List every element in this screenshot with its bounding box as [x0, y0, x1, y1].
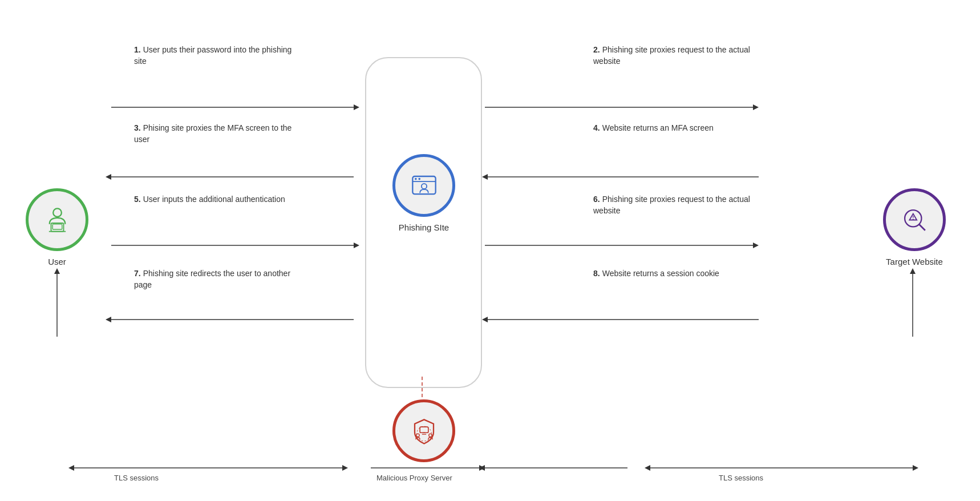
proxy-shield-icon: [408, 415, 440, 447]
svg-point-39: [421, 183, 426, 188]
target-circle: [883, 188, 946, 251]
bottom-label-tls-left: TLS sessions: [114, 474, 159, 482]
user-laptop-icon: [42, 204, 73, 236]
svg-marker-1: [354, 104, 359, 110]
user-actor: User: [26, 188, 88, 266]
user-circle: [26, 188, 88, 251]
step-7-number: 7.: [134, 269, 141, 278]
phishing-site-label: Phishing SIte: [399, 223, 449, 232]
step-7-text: Phishing site redirects the user to anot…: [134, 269, 290, 289]
svg-marker-7: [482, 174, 488, 180]
user-label: User: [48, 257, 66, 266]
step-2-label: 2.Phishing site proxies request to the a…: [593, 45, 753, 67]
step-1-label: 1.User puts their password into the phis…: [134, 45, 294, 67]
step-6-text: Phishing site proxies request to the act…: [593, 195, 750, 215]
phishing-site-circle: [392, 154, 455, 217]
bottom-label-proxy: Malicious Proxy Server: [376, 474, 452, 482]
step-5-text: User inputs the additional authenticatio…: [143, 195, 285, 204]
diagram-container: User Phishing SIte: [0, 0, 980, 501]
svg-marker-15: [482, 317, 488, 322]
svg-marker-23: [342, 465, 348, 471]
step-4-label: 4.Website returns an MFA screen: [593, 123, 753, 134]
bottom-label-tls-right: TLS sessions: [719, 474, 763, 482]
svg-rect-44: [420, 427, 428, 433]
target-website-label: Target Website: [886, 257, 943, 266]
svg-marker-11: [753, 243, 759, 248]
svg-marker-27: [479, 465, 485, 471]
step-1-text: User puts their password into the phishi…: [134, 45, 291, 66]
step-3-label: 3.Phising site proxies the MFA screen to…: [134, 123, 294, 145]
svg-point-37: [415, 177, 417, 180]
step-8-text: Website returns a session cookie: [602, 269, 719, 278]
step-5-label: 5.User inputs the additional authenticat…: [134, 194, 294, 205]
svg-point-31: [53, 208, 62, 217]
phishing-site-actor: Phishing SIte: [392, 154, 455, 232]
svg-marker-9: [354, 243, 359, 248]
step-5-number: 5.: [134, 195, 141, 204]
target-search-icon: [899, 204, 930, 236]
proxy-circle: [392, 399, 455, 462]
svg-marker-17: [54, 268, 60, 274]
step-6-number: 6.: [593, 195, 600, 204]
svg-marker-3: [753, 104, 759, 110]
step-3-text: Phising site proxies the MFA screen to t…: [134, 123, 291, 144]
step-2-number: 2.: [593, 45, 600, 54]
target-website-actor: Target Website: [883, 188, 946, 266]
step-7-label: 7.Phishing site redirects the user to an…: [134, 268, 294, 290]
arrows-layer: [0, 0, 980, 501]
svg-marker-29: [645, 465, 650, 471]
svg-marker-30: [913, 465, 918, 471]
step-6-label: 6.Phishing site proxies request to the a…: [593, 194, 753, 216]
svg-line-41: [918, 224, 925, 230]
svg-marker-13: [106, 317, 111, 322]
step-4-number: 4.: [593, 123, 600, 132]
proxy-server-actor: [392, 399, 455, 462]
svg-rect-33: [52, 224, 62, 229]
svg-marker-22: [68, 465, 74, 471]
step-3-number: 3.: [134, 123, 141, 132]
step-4-text: Website returns an MFA screen: [602, 123, 714, 132]
svg-point-43: [912, 219, 913, 220]
step-1-number: 1.: [134, 45, 141, 54]
svg-marker-19: [910, 268, 916, 274]
svg-point-38: [418, 177, 420, 180]
step-8-label: 8.Website returns a session cookie: [593, 268, 753, 280]
phishing-browser-icon: [408, 170, 440, 201]
svg-marker-25: [479, 465, 485, 471]
step-8-number: 8.: [593, 269, 600, 278]
step-2-text: Phishing site proxies request to the act…: [593, 45, 750, 66]
svg-marker-5: [106, 174, 111, 180]
